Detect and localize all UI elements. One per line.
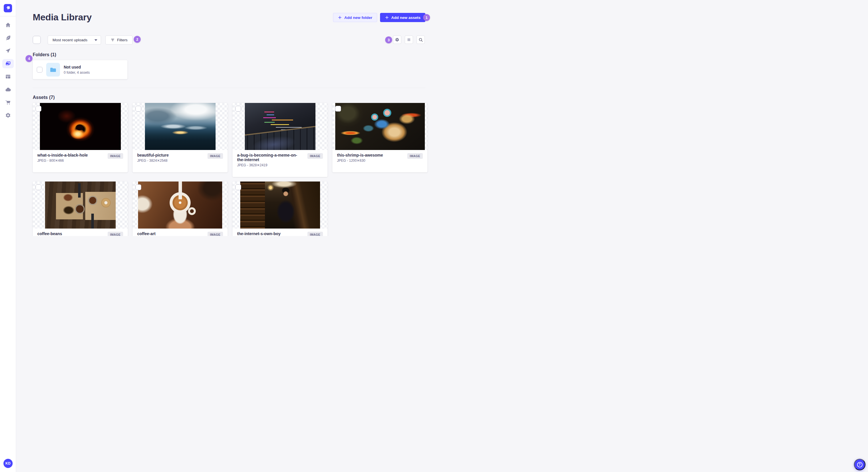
sidebar: KD [0,0,16,236]
asset-info: a-bug-is-becoming-a-meme-on-the-internet… [232,150,328,177]
sort-dropdown[interactable]: Most recent uploads [48,36,101,44]
plus-icon [338,15,342,20]
asset-title: a-bug-is-becoming-a-meme-on-the-internet [237,153,305,162]
asset-checkbox[interactable] [335,106,341,111]
asset-card[interactable]: the-internet-s-own-boy JPEG - 1200✕707 I… [232,181,328,236]
folders-heading: Folders (1) [33,52,434,57]
header-actions: Add new folder Add new assets [333,13,425,22]
asset-checkbox[interactable] [135,106,141,111]
folder-title: Not used [64,65,90,69]
asset-info: coffee-art JPEG - 5824✕3259 IMAGE [133,229,228,236]
sidebar-item-content-manager[interactable] [0,70,16,83]
filters-button[interactable]: Filters [105,36,133,44]
sidebar-item-marketplace[interactable] [0,96,16,109]
asset-title: the-internet-s-own-boy [237,231,305,236]
asset-card[interactable]: beautiful-picture JPEG - 3824✕2548 IMAGE [133,103,228,172]
add-new-assets-button[interactable]: Add new assets [380,13,425,22]
active-nav-highlight [2,59,14,68]
toolbar: Most recent uploads Filters [33,36,434,44]
paper-plane-icon [5,48,11,54]
asset-type-badge: IMAGE [407,153,423,159]
asset-type-badge: IMAGE [208,232,223,236]
page-header: Media Library Add new folder Add new ass… [33,0,434,24]
layout-icon [5,74,11,79]
asset-thumbnail [232,103,328,150]
list-icon [407,38,411,42]
feather-icon [5,35,11,41]
library-portrait-photo [240,181,320,229]
asset-info: this-shrimp-is-awesome JPEG - 1200✕630 I… [332,150,427,172]
mountain-landscape-photo [145,103,216,150]
logo-container [0,0,16,16]
asset-meta: JPEG - 800✕466 [37,159,105,163]
folder-info: Not used 0 folder, 4 assets [64,65,90,74]
sidebar-item-media-library[interactable] [0,57,16,70]
view-options [393,36,425,44]
asset-card[interactable]: coffee-beans JPEG - 5021✕3347 IMAGE [33,181,128,236]
sidebar-item-content-builder[interactable] [0,31,16,44]
gear-icon [395,38,399,42]
annotation-badge-1: 1 [423,14,430,21]
laptop-code-photo [245,103,315,150]
app-logo-button[interactable] [4,4,12,12]
home-icon [5,22,11,28]
sort-dropdown-value: Most recent uploads [53,38,88,42]
black-hole-photo [40,103,121,150]
folder-subtitle: 0 folder, 4 assets [64,71,90,74]
asset-card[interactable]: coffee-art JPEG - 5824✕3259 IMAGE [133,181,228,236]
sidebar-item-releases[interactable] [0,44,16,57]
chevron-down-icon [94,39,97,41]
asset-thumbnail [33,103,128,150]
asset-meta: JPEG - 3628✕2419 [237,163,305,167]
folder-card[interactable]: Not used 0 folder, 4 assets [33,60,127,79]
sidebar-item-settings[interactable] [0,109,16,122]
asset-info: the-internet-s-own-boy JPEG - 1200✕707 I… [232,229,328,236]
asset-meta: JPEG - 1200✕630 [337,159,404,163]
asset-card[interactable]: what-s-inside-a-black-hole JPEG - 800✕46… [33,103,128,172]
asset-title: coffee-beans [37,231,105,236]
asset-thumbnail [232,181,328,229]
plus-icon [385,15,389,20]
filters-label: Filters [117,38,128,42]
grid-settings-button[interactable] [393,36,401,44]
coffee-beans-photo [45,181,116,229]
mantis-shrimp-photo [335,103,425,150]
asset-meta: JPEG - 3824✕2548 [137,159,205,163]
asset-card[interactable]: this-shrimp-is-awesome JPEG - 1200✕630 I… [332,103,427,172]
asset-thumbnail [33,181,128,229]
search-button[interactable] [416,36,425,44]
asset-type-badge: IMAGE [107,232,123,236]
asset-title: beautiful-picture [137,153,205,158]
asset-title: what-s-inside-a-black-hole [37,153,105,158]
asset-checkbox[interactable] [36,184,41,190]
asset-checkbox[interactable] [135,184,141,190]
asset-thumbnail [133,181,228,229]
asset-info: coffee-beans JPEG - 5021✕3347 IMAGE [33,229,128,236]
asset-checkbox[interactable] [36,106,41,111]
asset-checkbox[interactable] [236,184,241,190]
folder-icon [50,67,57,73]
asset-thumbnail [332,103,427,150]
filter-icon [111,38,115,42]
search-icon [418,38,423,42]
add-new-assets-label: Add new assets [391,15,421,20]
asset-checkbox[interactable] [236,106,241,111]
latte-art-photo [138,181,222,229]
list-view-button[interactable] [405,36,413,44]
folder-checkbox[interactable] [37,67,42,72]
asset-title: this-shrimp-is-awesome [337,153,404,158]
asset-card[interactable]: a-bug-is-becoming-a-meme-on-the-internet… [232,103,328,177]
folder-tile [46,63,60,76]
asset-type-badge: IMAGE [208,153,223,159]
assets-grid-row: coffee-beans JPEG - 5021✕3347 IMAGE coff… [33,181,434,236]
sidebar-item-cloud[interactable] [0,83,16,96]
media-library-icon [5,61,11,67]
annotation-badge-2: 2 [134,36,141,43]
asset-info: beautiful-picture JPEG - 3824✕2548 IMAGE [133,150,228,172]
asset-type-badge: IMAGE [107,153,123,159]
add-new-folder-button[interactable]: Add new folder [333,13,377,22]
select-all-checkbox[interactable] [33,36,41,44]
sidebar-item-home[interactable] [0,19,16,31]
add-new-folder-label: Add new folder [344,15,372,20]
asset-type-badge: IMAGE [307,232,323,236]
